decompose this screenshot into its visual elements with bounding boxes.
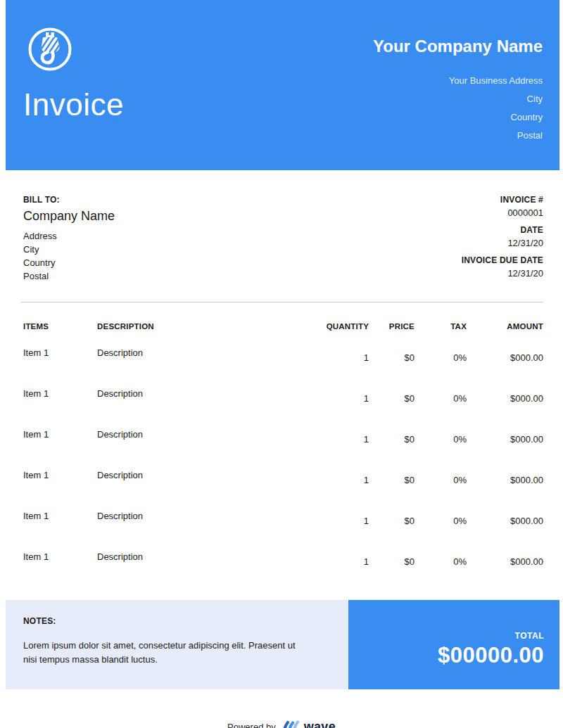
items-table-header: ITEMS DESCRIPTION QUANTITY PRICE TAX AMO… xyxy=(23,322,543,331)
cell-description: Description xyxy=(97,338,305,371)
document-title: Invoice xyxy=(23,87,124,122)
powered-by-text: Powered by xyxy=(227,722,276,728)
cell-tax: 0% xyxy=(415,460,467,494)
invoice-number-value: 0000001 xyxy=(462,206,543,219)
bill-to-block: BILL TO: Company Name Address City Count… xyxy=(23,194,115,285)
cell-tax: 0% xyxy=(415,338,467,371)
invoice-date-label: DATE xyxy=(462,224,543,236)
cell-description: Description xyxy=(97,460,305,494)
invoice-header: Invoice Your Company Name Your Business … xyxy=(6,0,559,170)
cell-item: Item 1 xyxy=(23,338,97,371)
company-address: Your Business Address City Country Posta… xyxy=(373,72,543,145)
cell-amount: $000.00 xyxy=(467,419,543,453)
invoice-meta-block: INVOICE # 0000001 DATE 12/31/20 INVOICE … xyxy=(462,194,543,285)
cell-tax: 0% xyxy=(415,501,467,535)
col-header-quantity: QUANTITY xyxy=(305,322,369,331)
invoice-info-section: BILL TO: Company Name Address City Count… xyxy=(0,170,563,285)
bill-to-address-line: Address xyxy=(23,229,115,243)
notes-box: NOTES: Lorem ipsum dolor sit amet, conse… xyxy=(6,600,348,689)
bill-to-address: Address City Country Postal xyxy=(23,229,115,283)
notes-label: NOTES: xyxy=(23,615,327,627)
cell-description: Description xyxy=(97,542,305,575)
cell-amount: $000.00 xyxy=(467,378,543,412)
total-label: TOTAL xyxy=(348,631,544,641)
company-name: Your Company Name xyxy=(373,37,543,56)
total-value: $00000.00 xyxy=(348,643,544,668)
cell-description: Description xyxy=(97,378,305,412)
col-header-price: PRICE xyxy=(369,322,415,331)
cell-price: $0 xyxy=(369,542,415,575)
bill-to-address-line: City xyxy=(23,243,115,256)
cell-price: $0 xyxy=(369,460,415,494)
cell-description: Description xyxy=(97,419,305,453)
cell-tax: 0% xyxy=(415,378,467,412)
company-address-line: Your Business Address xyxy=(373,72,543,90)
cell-quantity: 1 xyxy=(305,419,369,453)
invoice-number-label: INVOICE # xyxy=(462,194,543,206)
notes-text: Lorem ipsum dolor sit amet, consectetur … xyxy=(23,639,301,667)
cell-amount: $000.00 xyxy=(467,542,543,575)
cell-quantity: 1 xyxy=(305,460,369,494)
cell-price: $0 xyxy=(369,378,415,412)
cell-price: $0 xyxy=(369,338,415,371)
company-address-line: Country xyxy=(373,108,543,127)
cell-quantity: 1 xyxy=(305,378,369,412)
invoice-due-date-value: 12/31/20 xyxy=(462,267,543,280)
cell-item: Item 1 xyxy=(23,542,97,575)
wave-brand-text: wave xyxy=(304,720,336,728)
company-address-line: City xyxy=(373,90,543,108)
cell-tax: 0% xyxy=(415,542,467,575)
cell-amount: $000.00 xyxy=(467,338,543,371)
bill-to-company: Company Name xyxy=(23,209,115,224)
total-box: TOTAL $00000.00 xyxy=(348,600,559,689)
col-header-items: ITEMS xyxy=(23,322,97,331)
cell-quantity: 1 xyxy=(305,542,369,575)
bill-to-label: BILL TO: xyxy=(23,194,115,206)
cell-item: Item 1 xyxy=(23,378,97,412)
company-address-line: Postal xyxy=(373,127,543,145)
section-divider xyxy=(21,302,543,302)
invoice-page: Invoice Your Company Name Your Business … xyxy=(0,0,563,728)
cell-tax: 0% xyxy=(415,419,467,453)
cell-price: $0 xyxy=(369,501,415,535)
crane-hook-logo-icon xyxy=(27,27,72,72)
cell-amount: $000.00 xyxy=(467,460,543,494)
wave-logo-icon xyxy=(281,719,299,728)
footer: Powered by wave This invoice was generat… xyxy=(0,719,563,728)
invoice-date-value: 12/31/20 xyxy=(462,236,543,250)
cell-item: Item 1 xyxy=(23,419,97,453)
bill-to-address-line: Country xyxy=(23,256,115,269)
table-row: Item 1 Description 1 $0 0% $000.00 xyxy=(23,460,543,494)
cell-item: Item 1 xyxy=(23,501,97,535)
summary-band: NOTES: Lorem ipsum dolor sit amet, conse… xyxy=(6,600,559,689)
cell-amount: $000.00 xyxy=(467,501,543,535)
invoice-due-date-label: INVOICE DUE DATE xyxy=(462,255,543,267)
powered-by-row: Powered by wave xyxy=(227,719,336,728)
cell-description: Description xyxy=(97,501,305,535)
table-row: Item 1 Description 1 $0 0% $000.00 xyxy=(23,542,543,575)
cell-quantity: 1 xyxy=(305,338,369,371)
items-table: ITEMS DESCRIPTION QUANTITY PRICE TAX AMO… xyxy=(0,322,563,575)
cell-quantity: 1 xyxy=(305,501,369,535)
table-row: Item 1 Description 1 $0 0% $000.00 xyxy=(23,419,543,453)
col-header-description: DESCRIPTION xyxy=(97,322,305,331)
col-header-amount: AMOUNT xyxy=(467,322,543,331)
col-header-tax: TAX xyxy=(415,322,467,331)
cell-price: $0 xyxy=(369,419,415,453)
table-row: Item 1 Description 1 $0 0% $000.00 xyxy=(23,338,543,371)
table-row: Item 1 Description 1 $0 0% $000.00 xyxy=(23,501,543,535)
cell-item: Item 1 xyxy=(23,460,97,494)
table-row: Item 1 Description 1 $0 0% $000.00 xyxy=(23,378,543,412)
bill-to-address-line: Postal xyxy=(23,269,115,283)
